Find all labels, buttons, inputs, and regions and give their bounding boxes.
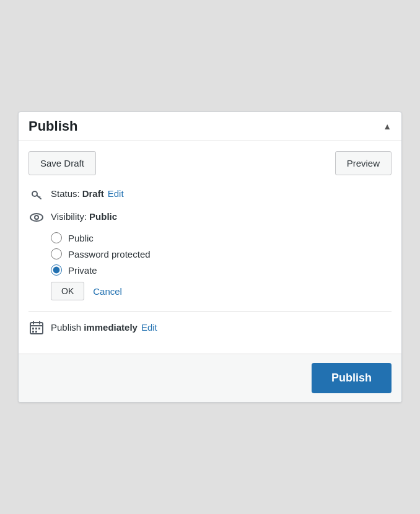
visibility-label: Visibility:: [51, 211, 87, 222]
svg-rect-13: [35, 331, 37, 333]
visibility-row: Visibility: Public: [28, 209, 392, 224]
publish-time-label: Publish: [51, 322, 81, 333]
svg-point-4: [35, 216, 38, 219]
collapse-icon[interactable]: ▲: [383, 121, 392, 131]
eye-icon: [28, 209, 45, 224]
radio-item-password: Password protected: [51, 248, 392, 259]
calendar-icon: [28, 320, 45, 335]
widget-footer: Publish: [19, 354, 401, 402]
status-row: Status: Draft Edit: [28, 186, 392, 201]
publish-widget: Publish ▲ Save Draft Preview Status: Dra…: [18, 111, 402, 403]
svg-point-3: [30, 214, 43, 221]
radio-private[interactable]: [51, 264, 62, 276]
visibility-section: Visibility: Public Public Password prote…: [28, 209, 392, 300]
svg-rect-10: [35, 328, 37, 329]
widget-header: Publish ▲: [19, 112, 401, 141]
radio-private-label[interactable]: Private: [68, 265, 97, 276]
radio-password[interactable]: [51, 248, 62, 259]
visibility-value: Public: [89, 211, 117, 222]
radio-password-label[interactable]: Password protected: [68, 249, 151, 259]
status-label: Status:: [51, 188, 80, 199]
radio-item-public: Public: [51, 232, 392, 243]
publish-button[interactable]: Publish: [312, 363, 392, 393]
publish-time-edit-link[interactable]: Edit: [141, 322, 157, 333]
svg-rect-9: [32, 328, 34, 329]
ok-cancel-row: OK Cancel: [51, 282, 392, 300]
status-edit-link[interactable]: Edit: [108, 188, 124, 199]
widget-body: Save Draft Preview Status: Draft Edit: [19, 141, 401, 354]
ok-button[interactable]: OK: [51, 282, 84, 300]
svg-rect-11: [38, 328, 40, 329]
key-icon: [28, 186, 45, 201]
publish-time-row: Publish immediately Edit: [28, 320, 392, 335]
publish-time-value: immediately: [84, 322, 138, 333]
svg-line-2: [39, 196, 40, 198]
status-value: Draft: [82, 188, 104, 199]
visibility-radio-group: Public Password protected Private: [51, 232, 392, 276]
divider: [28, 311, 392, 312]
radio-item-private: Private: [51, 264, 392, 276]
draft-preview-row: Save Draft Preview: [28, 151, 392, 175]
radio-public-label[interactable]: Public: [68, 233, 94, 243]
cancel-link[interactable]: Cancel: [93, 286, 122, 297]
svg-rect-12: [32, 331, 34, 333]
preview-button[interactable]: Preview: [335, 151, 392, 175]
widget-title: Publish: [28, 118, 77, 134]
save-draft-button[interactable]: Save Draft: [28, 151, 96, 175]
radio-public[interactable]: [51, 232, 62, 243]
